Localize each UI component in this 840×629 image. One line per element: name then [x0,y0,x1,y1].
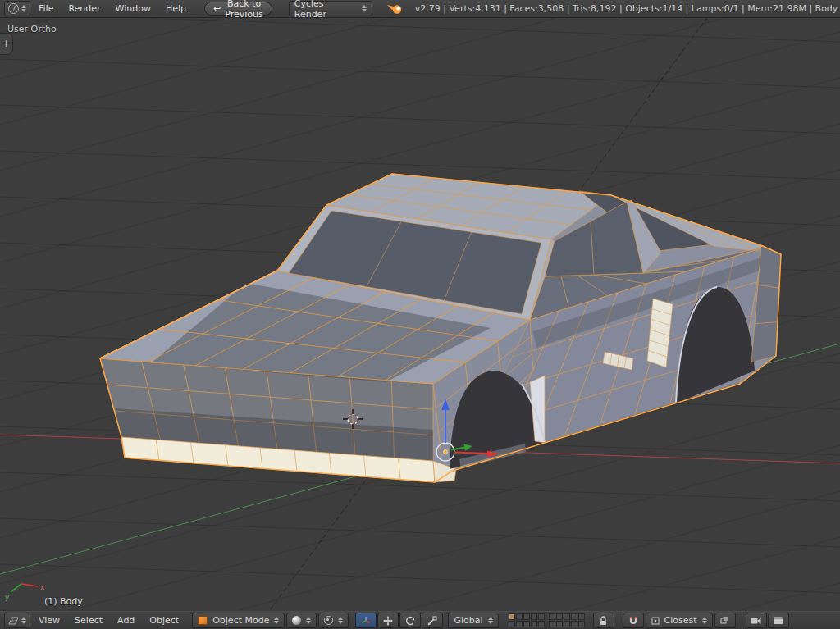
opengl-render-button[interactable] [746,613,767,628]
orientation-value: Global [454,615,482,626]
opengl-render-animation-button[interactable] [768,613,789,628]
viewport-canvas[interactable]: xy [0,0,840,629]
snap-target-value: Closest [664,615,697,626]
layer-button[interactable] [571,613,578,620]
menu-window[interactable]: Window [109,2,158,16]
layer-button[interactable] [578,621,585,627]
dropdown-arrows-icon [338,617,343,624]
layer-button[interactable] [571,621,578,627]
mode-dropdown[interactable]: Object Mode [192,613,285,628]
editor-type-selector-3dview[interactable] [4,613,30,628]
back-to-previous-button[interactable]: ↩ Back to Previous [204,2,272,16]
layer-button[interactable] [549,621,555,627]
svg-text:y: y [5,593,10,601]
layer-button[interactable] [556,613,563,620]
layer-button[interactable] [556,621,563,627]
manipulator-toggle-button[interactable] [355,613,377,628]
rotate-manipulator-button[interactable] [399,613,421,628]
menu-view[interactable]: View [32,613,66,627]
mode-value: Object Mode [212,615,269,626]
layer-button[interactable] [523,621,530,627]
chevron-updown-icon [21,617,26,624]
transform-orientation-dropdown[interactable]: Global [448,613,498,628]
opengl-render-buttons [746,613,789,628]
layer-button[interactable] [578,613,585,620]
layer-button[interactable] [523,613,530,620]
menu-object[interactable]: Object [143,613,185,627]
snap-align-icon [720,616,729,625]
dropdown-arrows-icon [306,617,311,624]
render-engine-dropdown[interactable]: Cycles Render [289,1,372,16]
blender-logo [386,2,404,15]
translate-manipulator-button[interactable] [377,613,399,628]
shading-sphere-icon [292,616,301,625]
snap-align-button[interactable] [714,613,736,628]
camera-icon [751,616,761,625]
scene-stats: v2.79 | Verts:4,131 | Faces:3,508 | Tris… [415,3,838,14]
snap-element-icon [651,617,660,625]
menu-render[interactable]: Render [62,2,107,16]
manipulator-buttons [355,613,443,628]
translate-icon [383,616,393,626]
layer-button[interactable] [509,613,515,620]
layer-button[interactable] [564,621,570,627]
menu-help[interactable]: Help [159,2,193,16]
dropdown-arrows-icon [362,5,367,12]
info-header: i File Render Window Help ↩ Back to Prev… [0,0,840,18]
active-object-label: (1) Body [44,596,83,607]
layer-button[interactable] [549,613,555,620]
dropdown-arrows-icon [274,617,279,624]
scale-manipulator-button[interactable] [422,613,443,628]
layer-button[interactable] [531,613,537,620]
layers-widget [509,613,585,627]
menu-select[interactable]: Select [68,613,109,627]
snap-toggle-button[interactable] [623,613,644,628]
chevron-updown-icon [21,5,26,12]
layer-button[interactable] [516,621,523,627]
back-arrow-icon: ↩ [213,3,221,14]
layer-button[interactable] [516,613,523,620]
rotate-icon [405,616,415,626]
lock-to-scene-button[interactable] [593,613,614,628]
layer-button[interactable] [531,621,537,627]
3d-view-editor-icon [8,616,19,626]
lock-icon [599,616,608,626]
view-mode-label: User Ortho [7,24,57,34]
blender-logo-icon [386,2,404,15]
layer-button[interactable] [538,621,545,627]
magnet-icon [628,616,638,626]
dropdown-arrows-icon [488,617,493,624]
pivot-point-dropdown[interactable] [318,613,349,628]
editor-type-selector-info[interactable]: i [4,1,30,16]
scale-icon [427,616,437,626]
back-button-label: Back to Previous [225,0,262,20]
menu-add[interactable]: Add [111,613,141,627]
snap-target-dropdown[interactable]: Closest [646,613,713,628]
clapper-icon [774,616,783,625]
viewport-shading-dropdown[interactable] [286,613,317,628]
render-engine-value: Cycles Render [294,0,357,20]
toolshelf-expand-tab[interactable]: + [0,33,13,55]
pivot-point-icon [324,616,333,625]
dropdown-arrows-icon [702,617,707,624]
layer-button[interactable] [564,613,570,620]
viewport-header: View Select Add Object Object Mode [0,611,840,629]
svg-text:x: x [40,583,45,591]
menu-file[interactable]: File [32,2,60,16]
manipulator-axes-icon [361,616,371,626]
layer-button[interactable] [538,613,545,620]
layer-button[interactable] [509,621,515,627]
info-editor-icon: i [8,3,19,14]
object-mode-cube-icon [198,616,208,625]
